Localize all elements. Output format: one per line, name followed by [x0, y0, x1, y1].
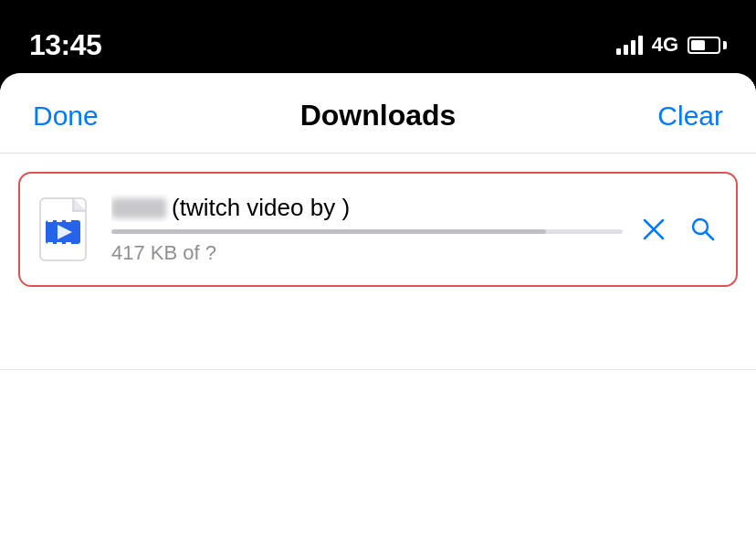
signal-bar-3	[631, 40, 635, 55]
progress-bar-container	[111, 229, 623, 234]
svg-rect-7	[66, 242, 71, 247]
download-list: (twitch video by ) 417 KB of ?	[0, 154, 756, 360]
battery-tip	[723, 41, 727, 49]
x-icon	[639, 215, 668, 244]
blurred-name	[111, 198, 166, 218]
network-label: 4G	[652, 33, 678, 57]
svg-line-12	[706, 232, 713, 239]
clear-button[interactable]: Clear	[657, 101, 723, 132]
file-icon	[38, 196, 95, 262]
status-icons: 4G	[616, 33, 727, 57]
svg-rect-4	[66, 217, 71, 222]
signal-bars-icon	[616, 35, 643, 55]
cancel-download-button[interactable]	[639, 215, 668, 244]
progress-bar-fill	[111, 229, 546, 234]
modal: Done Downloads Clear	[0, 73, 756, 540]
search-download-button[interactable]	[688, 215, 718, 244]
signal-bar-2	[624, 45, 628, 55]
battery-body	[688, 37, 720, 54]
svg-rect-6	[57, 242, 62, 247]
empty-area	[0, 369, 756, 540]
item-size: 417 KB of ?	[111, 241, 623, 265]
svg-rect-2	[47, 217, 53, 222]
battery-icon	[688, 37, 727, 54]
svg-rect-5	[47, 242, 53, 247]
magnify-icon	[688, 215, 718, 244]
item-name-text: (twitch video by )	[172, 194, 350, 222]
status-time: 13:45	[29, 28, 101, 62]
video-file-icon	[38, 196, 95, 262]
sheet-container: Done Downloads Clear	[0, 73, 756, 540]
item-info: (twitch video by ) 417 KB of ?	[111, 194, 623, 265]
svg-rect-3	[57, 217, 62, 222]
battery-fill	[691, 40, 705, 50]
signal-bar-4	[638, 36, 643, 55]
done-button[interactable]: Done	[33, 101, 99, 132]
modal-header: Done Downloads Clear	[0, 73, 756, 154]
status-bar: 13:45 4G	[0, 0, 756, 73]
item-actions	[639, 215, 718, 244]
item-name: (twitch video by )	[111, 194, 623, 222]
page-title: Downloads	[300, 99, 457, 132]
signal-bar-1	[616, 48, 621, 55]
download-item: (twitch video by ) 417 KB of ?	[18, 172, 738, 287]
